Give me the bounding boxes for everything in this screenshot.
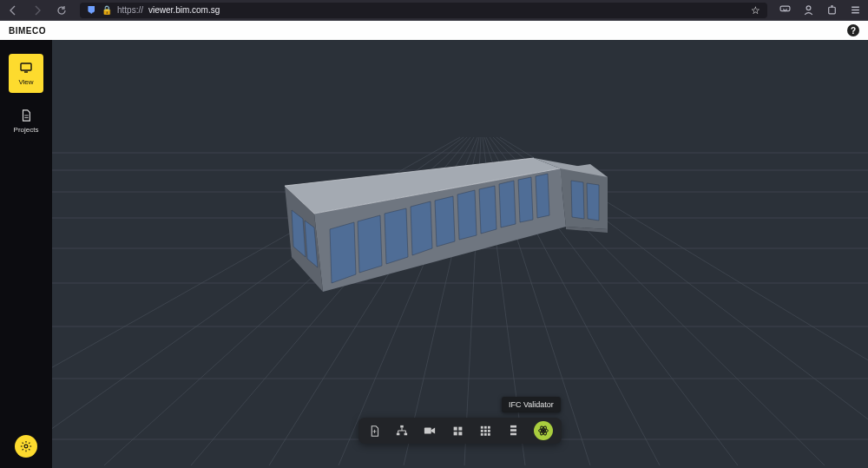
reload-button[interactable] <box>56 4 68 16</box>
sidebar-item-projects[interactable]: Projects <box>9 109 43 134</box>
svg-point-11 <box>24 445 28 448</box>
svg-rect-87 <box>480 429 483 432</box>
forward-button[interactable] <box>31 4 43 16</box>
svg-marker-55 <box>411 201 432 255</box>
app-header: BIMECO ? <box>0 21 868 40</box>
svg-line-17 <box>29 449 30 450</box>
tool-tree[interactable] <box>395 424 409 438</box>
svg-rect-80 <box>453 426 457 430</box>
url-host: viewer.bim.com.sg <box>148 5 220 15</box>
brand-text: BIMECO <box>9 26 46 36</box>
url-prefix: https:// <box>117 5 143 15</box>
account-icon[interactable] <box>803 4 814 16</box>
svg-rect-2 <box>829 7 836 14</box>
svg-rect-93 <box>510 425 516 428</box>
svg-point-1 <box>806 6 811 10</box>
svg-rect-94 <box>510 429 516 432</box>
svg-line-16 <box>23 443 23 444</box>
tooltip: IFC Validator <box>502 397 561 412</box>
svg-marker-64 <box>571 181 584 219</box>
svg-line-18 <box>23 449 23 450</box>
back-button[interactable] <box>7 4 19 16</box>
svg-rect-91 <box>483 432 486 435</box>
shield-icon: ⛊ <box>87 5 96 16</box>
svg-rect-88 <box>483 429 486 432</box>
svg-marker-56 <box>435 196 455 247</box>
svg-rect-86 <box>487 425 490 428</box>
lock-icon: 🔒 <box>102 5 112 15</box>
svg-marker-58 <box>479 186 496 234</box>
svg-marker-52 <box>330 222 356 283</box>
svg-rect-72 <box>397 433 400 436</box>
bookmark-star-icon[interactable]: ☆ <box>751 4 760 16</box>
sidebar-item-view[interactable]: View <box>9 54 43 93</box>
tool-grid9[interactable] <box>478 424 492 438</box>
svg-rect-73 <box>404 433 408 436</box>
svg-rect-92 <box>487 432 490 435</box>
bottom-toolbar <box>358 418 562 444</box>
tool-rows[interactable] <box>506 424 520 438</box>
file-icon <box>19 109 33 122</box>
svg-rect-84 <box>480 425 483 428</box>
tool-file[interactable] <box>367 424 381 438</box>
extensions-icon[interactable] <box>826 4 838 16</box>
svg-rect-90 <box>480 432 483 435</box>
tool-camera[interactable] <box>423 424 437 438</box>
svg-marker-54 <box>385 208 408 264</box>
svg-rect-85 <box>483 425 486 428</box>
svg-marker-60 <box>518 177 533 222</box>
svg-rect-7 <box>21 63 31 70</box>
svg-marker-53 <box>358 215 382 273</box>
brand-logo: BIMECO <box>9 26 46 36</box>
left-sidebar: View Projects <box>0 40 52 468</box>
sidebar-item-label: Projects <box>14 126 39 134</box>
svg-marker-79 <box>431 428 435 434</box>
svg-marker-65 <box>587 183 599 221</box>
tool-ifc-validator[interactable] <box>534 421 553 440</box>
svg-rect-71 <box>400 425 404 428</box>
help-icon[interactable]: ? <box>847 24 859 36</box>
pocket-icon[interactable] <box>779 4 791 16</box>
gear-icon <box>20 440 32 452</box>
display-icon <box>19 61 33 75</box>
svg-rect-78 <box>424 428 431 434</box>
browser-chrome: ⛊ 🔒 https://viewer.bim.com.sg ☆ <box>0 0 868 21</box>
svg-marker-61 <box>536 174 549 218</box>
3d-viewport[interactable]: IFC Validator <box>52 40 868 468</box>
address-bar[interactable]: ⛊ 🔒 https://viewer.bim.com.sg ☆ <box>80 3 767 18</box>
svg-rect-3 <box>831 5 832 7</box>
svg-rect-83 <box>458 432 462 435</box>
svg-line-19 <box>29 443 30 444</box>
svg-rect-89 <box>487 429 490 432</box>
tool-grid4[interactable] <box>450 424 464 438</box>
sidebar-item-label: View <box>18 78 33 86</box>
svg-rect-82 <box>453 432 457 435</box>
svg-rect-81 <box>458 426 462 430</box>
scene-canvas <box>52 40 868 468</box>
svg-marker-57 <box>457 190 477 240</box>
workspace: View Projects <box>0 40 868 468</box>
settings-fab[interactable] <box>15 435 37 458</box>
menu-icon[interactable] <box>850 4 861 16</box>
svg-rect-95 <box>510 433 516 436</box>
svg-marker-59 <box>499 181 516 227</box>
